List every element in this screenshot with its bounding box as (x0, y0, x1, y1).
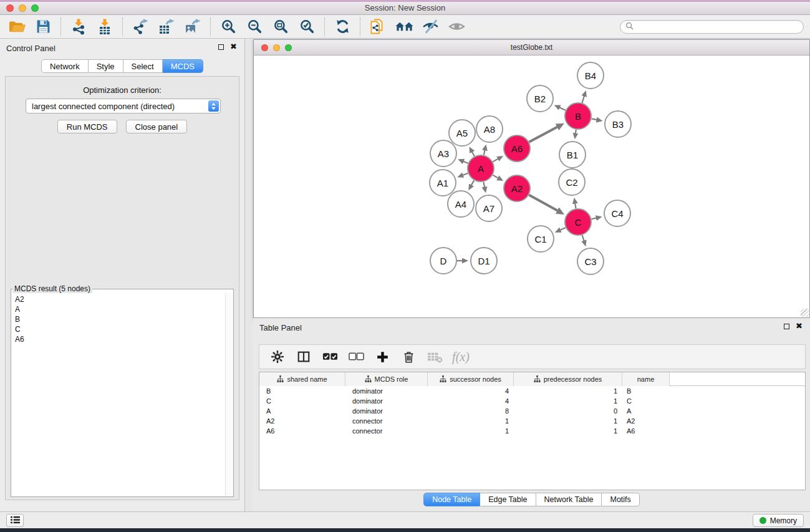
tab-network[interactable]: Network (41, 59, 89, 73)
column-header-MCDS-role[interactable]: MCDS role (345, 372, 428, 386)
open-session-button[interactable] (4, 17, 30, 37)
graph-node-A1[interactable]: A1 (430, 170, 456, 196)
graph-node-D1[interactable]: D1 (471, 248, 497, 274)
tab-motifs[interactable]: Motifs (602, 493, 639, 506)
graph-node-C2[interactable]: C2 (559, 169, 585, 195)
graph-node-B2[interactable]: B2 (527, 85, 553, 112)
graph-edge-B-B1[interactable] (576, 130, 576, 134)
show-all-button[interactable] (443, 17, 470, 37)
mcds-result-item[interactable]: A6 (15, 334, 224, 344)
refresh-view-button[interactable] (329, 17, 355, 37)
graph-node-D[interactable]: D (430, 248, 456, 274)
run-mcds-button[interactable]: Run MCDS (57, 120, 117, 133)
add-column-button[interactable] (370, 347, 394, 367)
network-from-selection-button[interactable] (365, 17, 391, 37)
export-network-button[interactable] (127, 17, 153, 37)
select-all-button[interactable] (318, 347, 342, 367)
column-header-shared-name[interactable]: shared name (259, 372, 345, 386)
graph-edge-B-B4[interactable] (582, 96, 585, 104)
first-neighbors-button[interactable] (391, 17, 417, 37)
graph-edge-B-B3[interactable] (592, 118, 597, 120)
search-box[interactable] (620, 20, 804, 34)
graph-edge-A-A3[interactable] (463, 162, 468, 163)
mcds-result-item[interactable]: B (15, 314, 224, 324)
settings-gear-button[interactable] (266, 347, 289, 367)
graph-node-A8[interactable]: A8 (476, 116, 503, 142)
delete-column-button[interactable] (397, 347, 420, 367)
tab-mcds[interactable]: MCDS (163, 59, 203, 73)
resize-grip[interactable] (801, 309, 809, 317)
graph-node-A3[interactable]: A3 (430, 140, 456, 167)
graph-edge-A-A5[interactable] (472, 152, 475, 156)
column-header-successor-nodes[interactable]: successor nodes (428, 372, 514, 386)
memory-button[interactable]: Memory (753, 514, 804, 527)
network-graph[interactable]: B4B2BB3A5A8A6B1A3AA1C2A2A4A7C4CC1C3DD1 (254, 56, 809, 317)
table-row[interactable]: A6connector11A6 (259, 426, 805, 436)
graph-edge-A-A2[interactable] (493, 175, 498, 178)
save-session-button[interactable] (30, 17, 56, 37)
graph-edge-A-A1[interactable] (463, 173, 468, 175)
tab-style[interactable]: Style (89, 59, 123, 73)
graph-node-C4[interactable]: C4 (604, 200, 630, 226)
graph-node-A7[interactable]: A7 (476, 195, 502, 221)
graph-edge-A-A6[interactable] (493, 158, 498, 162)
mcds-result-item[interactable]: A2 (15, 294, 224, 304)
mcds-result-item[interactable]: A (15, 304, 224, 314)
tab-edge-table[interactable]: Edge Table (480, 493, 536, 506)
export-table-button[interactable] (153, 17, 180, 37)
graph-edge-B-B2[interactable] (559, 107, 566, 110)
close-panel-button[interactable]: Close panel (126, 120, 188, 133)
graph-edge-C-C4[interactable] (592, 218, 597, 219)
graph-edge-C-C2[interactable] (575, 203, 576, 209)
hide-selected-button[interactable] (417, 17, 443, 37)
graph-node-C1[interactable]: C1 (528, 226, 554, 252)
graph-node-A4[interactable]: A4 (448, 191, 474, 217)
result-scrollbar[interactable] (225, 293, 233, 496)
network-window-titlebar[interactable]: testGlobe.txt (254, 40, 809, 56)
split-panel-button[interactable] (292, 347, 316, 367)
close-table-panel-icon[interactable]: ✖ (796, 323, 803, 329)
import-table-button[interactable] (92, 17, 118, 37)
graph-edge-A-A8[interactable] (484, 150, 485, 155)
graph-edge-C-C1[interactable] (560, 228, 566, 230)
task-history-button[interactable] (6, 514, 24, 527)
tab-node-table[interactable]: Node Table (423, 493, 480, 506)
network-canvas[interactable]: B4B2BB3A5A8A6B1A3AA1C2A2A4A7C4CC1C3DD1 (254, 56, 809, 317)
export-image-button[interactable] (180, 17, 206, 37)
graph-node-B[interactable]: B (565, 103, 591, 129)
graph-node-B3[interactable]: B3 (605, 111, 631, 137)
zoom-out-button[interactable] (241, 17, 268, 37)
graph-node-A5[interactable]: A5 (449, 120, 475, 146)
graph-node-B4[interactable]: B4 (577, 62, 604, 89)
table-row[interactable]: Bdominator41B (259, 386, 805, 396)
table-row[interactable]: A2connector11A2 (259, 416, 805, 426)
tab-network-table[interactable]: Network Table (536, 493, 602, 506)
graph-node-C[interactable]: C (565, 209, 591, 235)
float-panel-icon[interactable] (218, 44, 224, 50)
graph-edge-A-A4[interactable] (471, 180, 475, 185)
search-input[interactable] (637, 22, 798, 32)
zoom-in-button[interactable] (215, 17, 241, 37)
tab-select[interactable]: Select (123, 59, 163, 73)
graph-edge-A2-C[interactable] (529, 195, 557, 211)
graph-node-B1[interactable]: B1 (559, 142, 586, 168)
optimization-criterion-select[interactable]: largest connected component (directed) (26, 99, 221, 114)
deselect-all-button[interactable] (344, 347, 368, 367)
zoom-selected-button[interactable] (294, 17, 320, 37)
zoom-fit-button[interactable] (268, 17, 294, 37)
graph-edge-A6-B[interactable] (529, 127, 557, 142)
column-header-name[interactable]: name (622, 372, 670, 386)
column-header-predecessor-nodes[interactable]: predecessor nodes (514, 372, 622, 386)
graph-edge-A-A7[interactable] (483, 182, 485, 188)
graph-edge-C-C3[interactable] (582, 235, 584, 241)
close-panel-icon[interactable]: ✖ (230, 44, 237, 50)
graph-node-A2[interactable]: A2 (504, 175, 530, 201)
table-row[interactable]: Cdominator41C (259, 396, 805, 406)
mcds-result-list[interactable]: A2ABCA6 (12, 293, 224, 496)
import-network-button[interactable] (65, 17, 92, 37)
mcds-result-item[interactable]: C (15, 324, 224, 334)
graph-node-A[interactable]: A (468, 155, 494, 181)
graph-node-A6[interactable]: A6 (504, 135, 530, 162)
graph-node-C3[interactable]: C3 (577, 248, 604, 274)
table-row[interactable]: Adominator80A (259, 406, 805, 416)
